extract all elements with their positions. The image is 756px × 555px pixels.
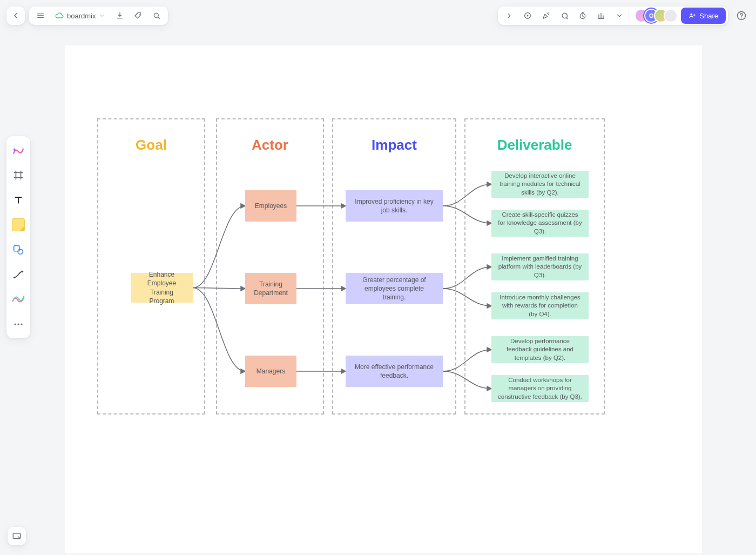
poll-icon: [597, 11, 605, 20]
minimap-icon: [12, 531, 22, 541]
sticky-icon: [12, 218, 25, 231]
text-tool[interactable]: [10, 191, 27, 209]
svg-point-15: [19, 538, 21, 539]
present-button[interactable]: [518, 6, 537, 25]
ellipsis-icon: [14, 323, 23, 326]
confetti-icon: [542, 11, 550, 20]
chevron-down-icon: [616, 12, 623, 19]
avatar[interactable]: [664, 9, 678, 23]
share-button[interactable]: Share: [681, 8, 726, 24]
tag-button[interactable]: [129, 6, 147, 25]
chevron-down-icon: [99, 12, 105, 19]
help-icon: [736, 10, 747, 21]
svg-point-9: [14, 277, 16, 279]
shape-tool[interactable]: [10, 241, 27, 258]
shape-icon: [12, 244, 24, 256]
goal-card[interactable]: Enhance Employee Training Program: [131, 273, 193, 303]
cloud-sync-icon: [55, 11, 64, 20]
impact-card-2[interactable]: More effective performance feedback.: [346, 356, 443, 387]
back-chip: [6, 6, 25, 25]
sticky-note-tool[interactable]: [10, 216, 27, 233]
help-button[interactable]: [733, 8, 750, 24]
play-circle-icon: [523, 11, 532, 20]
side-tool-rail: [6, 136, 30, 338]
svg-point-8: [18, 249, 23, 254]
lane-title: Impact: [333, 137, 455, 153]
lane-goal[interactable]: Goal: [97, 118, 205, 414]
ai-sparkle-icon: [12, 145, 25, 156]
more-tools[interactable]: [10, 316, 27, 333]
minimap-toggle[interactable]: [8, 527, 26, 545]
deliverable-card-5[interactable]: Conduct workshops for managers on provid…: [491, 375, 589, 402]
action-chip: O Share: [498, 6, 728, 25]
svg-point-4: [691, 14, 693, 16]
frame-tool[interactable]: [10, 166, 27, 184]
avatar-stack[interactable]: O: [629, 9, 681, 23]
frame-icon: [12, 169, 24, 181]
board-name-menu[interactable]: boardmix: [50, 11, 111, 20]
impact-card-0[interactable]: Improved proficiency in key job skills.: [346, 190, 443, 222]
actor-card-1[interactable]: Training Department: [245, 273, 296, 304]
svg-point-1: [154, 13, 159, 17]
timer-icon: [578, 11, 587, 20]
deliverable-card-2[interactable]: Implement gamified training platform wit…: [491, 253, 589, 280]
lane-title: Actor: [217, 137, 323, 153]
chevron-right-icon: [505, 12, 513, 19]
top-left-toolbar: boardmix: [6, 6, 168, 25]
hamburger-icon: [36, 11, 45, 20]
share-user-icon: [688, 12, 696, 19]
whiteboard-canvas[interactable]: GoalActorImpactDeliverable Enhance Emplo…: [65, 45, 702, 553]
expand-button[interactable]: [500, 6, 518, 25]
connector-tool[interactable]: [10, 266, 27, 283]
svg-point-6: [741, 17, 742, 18]
actor-card-0[interactable]: Employees: [245, 190, 296, 222]
deliverable-card-1[interactable]: Create skill-specific quizzes for knowle…: [491, 210, 589, 237]
svg-point-0: [139, 14, 140, 15]
chat-icon: [560, 11, 569, 20]
deliverable-card-3[interactable]: Introduce monthly challenges with reward…: [491, 292, 589, 319]
svg-point-10: [22, 271, 24, 273]
text-icon: [13, 195, 24, 205]
effects-button[interactable]: [537, 6, 555, 25]
board-name: boardmix: [67, 12, 96, 20]
comment-button[interactable]: [555, 6, 573, 25]
lane-title: Deliverable: [465, 137, 604, 153]
ai-tool[interactable]: [10, 142, 27, 159]
svg-point-11: [14, 323, 16, 325]
svg-point-13: [21, 323, 22, 325]
menu-button[interactable]: [31, 6, 50, 25]
deliverable-card-0[interactable]: Develop interactive online training modu…: [491, 171, 589, 198]
svg-point-12: [17, 323, 19, 325]
impact-card-1[interactable]: Greater percentage of employees complete…: [346, 273, 443, 304]
timer-button[interactable]: [573, 6, 592, 25]
search-icon: [152, 11, 161, 20]
deliverable-card-4[interactable]: Develop performance feedback guidelines …: [491, 336, 589, 363]
pen-tool[interactable]: [10, 291, 27, 308]
lane-title: Goal: [98, 137, 204, 153]
share-label: Share: [699, 12, 718, 20]
chevron-left-icon: [11, 11, 20, 20]
search-button[interactable]: [147, 6, 166, 25]
tag-icon: [134, 11, 143, 20]
vote-button[interactable]: [592, 6, 610, 25]
actor-card-2[interactable]: Managers: [245, 356, 296, 387]
connector-icon: [12, 269, 24, 280]
scribble-icon: [12, 295, 25, 304]
download-button[interactable]: [111, 6, 129, 25]
top-right-toolbar: O Share: [498, 6, 750, 25]
more-actions-button[interactable]: [610, 6, 629, 25]
back-button[interactable]: [6, 6, 25, 25]
download-icon: [116, 11, 124, 20]
file-chip: boardmix: [29, 6, 168, 25]
